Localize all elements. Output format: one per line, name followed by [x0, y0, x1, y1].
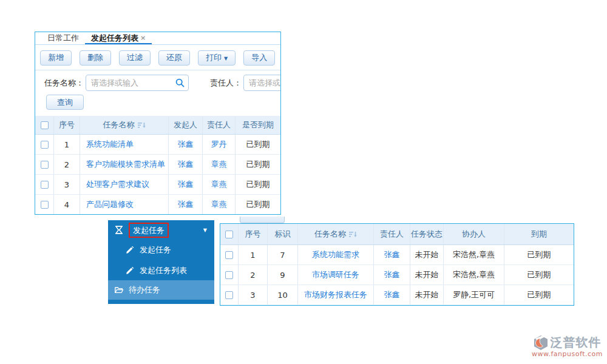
cell-due: 已到期 [504, 265, 574, 285]
table-row[interactable]: 3 10 市场财务报表任务 张鑫 未开始 罗静,王可可 已到期 [220, 285, 574, 305]
sidebar-item-initiate-task[interactable]: 发起任务 [108, 240, 214, 260]
filter-button[interactable]: 过滤 [119, 50, 151, 66]
sidebar-item-todo-task[interactable]: 待办任务 [108, 280, 214, 300]
cell-id: 9 [268, 265, 298, 285]
restore-button[interactable]: 还原 [158, 50, 190, 66]
dropdown-caret-icon: ▼ [224, 56, 228, 61]
row-checkbox[interactable] [41, 161, 49, 169]
cell-num: 3 [54, 175, 80, 194]
row-checkbox[interactable] [225, 251, 233, 259]
cell-due: 已到期 [236, 195, 280, 214]
cell-due: 已到期 [236, 155, 280, 174]
column-header-label: 任务名称 [103, 120, 135, 130]
sort-icon[interactable] [138, 122, 146, 129]
sort-icon[interactable] [349, 231, 357, 238]
import-button[interactable]: 导入 [243, 50, 275, 66]
column-header-label: 任务名称 [314, 229, 346, 240]
task-name-link[interactable]: 系统功能需求 [312, 249, 359, 260]
owner-link[interactable]: 张鑫 [384, 269, 400, 280]
task-name-link[interactable]: 产品问题修改 [86, 199, 134, 210]
tab-initiated-task-list[interactable]: 发起任务列表× [85, 32, 152, 44]
cell-num: 3 [239, 285, 268, 305]
column-header-id: 标识 [268, 224, 298, 244]
owner-link[interactable]: 章燕 [211, 199, 227, 210]
column-header-owner: 责任人 [203, 116, 236, 134]
cell-collaborator: 宋浩然,章燕 [444, 265, 504, 285]
cell-id: 7 [268, 245, 298, 265]
print-button[interactable]: 打印▼ [198, 50, 236, 66]
task-name-input[interactable] [86, 75, 189, 91]
initiator-link[interactable]: 张鑫 [178, 159, 194, 170]
cell-status: 未开始 [410, 285, 444, 305]
task-list-panel: 日常工作 发起任务列表× 新增 删除 过滤 还原 打印▼ 导入 导出 查看 任务… [35, 32, 281, 215]
cell-collaborator: 罗静,王可可 [444, 285, 504, 305]
task-name-link[interactable]: 客户功能模块需求清单 [86, 159, 165, 170]
column-header-due: 是否到期 [236, 116, 280, 134]
owner-link[interactable]: 罗丹 [211, 139, 227, 150]
owner-link[interactable]: 章燕 [211, 159, 227, 170]
table-row[interactable]: 1 7 系统功能需求 张鑫 未开始 宋浩然,章燕 已到期 [220, 245, 574, 265]
cell-status: 未开始 [410, 265, 444, 285]
fanpu-logo-icon [533, 335, 549, 351]
query-button[interactable]: 查询 [46, 95, 84, 110]
delete-button[interactable]: 删除 [80, 50, 111, 66]
initiated-task-table: 序号 任务名称 发起人 责任人 是否到期 1 系统功能清单 张鑫 罗丹 已到期 [35, 116, 280, 214]
row-checkbox[interactable] [41, 141, 49, 149]
row-checkbox[interactable] [225, 291, 233, 299]
todo-task-table: 序号 标识 任务名称 责任人 任务状态 协办人 到期 1 7 系统功能需求 张鑫… [220, 223, 574, 306]
cell-num: 4 [54, 195, 80, 214]
column-header-owner: 责任人 [374, 224, 410, 244]
partial-button[interactable] [240, 217, 285, 223]
add-button[interactable]: 新增 [40, 50, 72, 66]
select-all-checkbox[interactable] [41, 121, 49, 129]
close-tab-icon[interactable]: × [140, 34, 146, 42]
task-name-label: 任务名称： [44, 78, 84, 89]
column-header-collaborator: 协办人 [444, 224, 504, 244]
row-checkbox[interactable] [225, 271, 233, 279]
table-row[interactable]: 2 客户功能模块需求清单 张鑫 章燕 已到期 [35, 155, 280, 175]
sidebar-item-label: 待办任务 [129, 285, 160, 295]
cell-collaborator: 宋浩然,章燕 [444, 245, 504, 265]
owner-link[interactable]: 章燕 [211, 179, 227, 190]
task-name-link[interactable]: 市场财务报表任务 [304, 289, 367, 300]
fanpu-watermark: 泛普软件 www.fanpusoft.com [532, 334, 603, 358]
table-header-row: 序号 任务名称 发起人 责任人 是否到期 [35, 116, 280, 135]
initiator-link[interactable]: 张鑫 [178, 139, 194, 150]
cell-num: 1 [239, 245, 268, 265]
brand-url: www.fanpusoft.com [532, 350, 603, 358]
initiator-link[interactable]: 张鑫 [178, 199, 194, 210]
tab-daily-work[interactable]: 日常工作 [41, 32, 85, 44]
sidebar-item-initiated-task-list[interactable]: 发起任务列表 [108, 260, 214, 280]
table-row[interactable]: 3 处理客户需求建议 张鑫 章燕 已到期 [35, 175, 280, 195]
table-row[interactable]: 4 产品问题修改 张鑫 章燕 已到期 [35, 195, 280, 215]
sidebar-group-label: 发起任务 [133, 226, 164, 235]
cell-num: 1 [54, 135, 80, 154]
owner-link[interactable]: 张鑫 [384, 249, 400, 260]
tab-bar: 日常工作 发起任务列表× [35, 32, 281, 45]
row-checkbox[interactable] [41, 201, 49, 209]
hourglass-icon [114, 225, 124, 235]
owner-link[interactable]: 张鑫 [384, 289, 400, 300]
sidebar-item-label: 发起任务 [140, 244, 171, 255]
chevron-down-icon[interactable]: ▼ [203, 228, 207, 233]
search-icon[interactable] [175, 78, 185, 87]
column-header-task-name[interactable]: 任务名称 [80, 116, 169, 134]
cell-num: 2 [239, 265, 268, 285]
cell-status: 未开始 [410, 245, 444, 265]
select-all-checkbox[interactable] [225, 231, 233, 238]
task-name-link[interactable]: 市场调研任务 [312, 269, 359, 280]
table-row[interactable]: 2 9 市场调研任务 张鑫 未开始 宋浩然,章燕 已到期 [220, 265, 574, 285]
cell-due: 已到期 [236, 135, 280, 154]
column-header-task-name[interactable]: 任务名称 [298, 224, 374, 244]
toolbar: 新增 删除 过滤 还原 打印▼ 导入 导出 查看 [35, 46, 281, 70]
table-row[interactable]: 1 系统功能清单 张鑫 罗丹 已到期 [35, 135, 280, 155]
owner-input[interactable] [243, 75, 281, 91]
cell-due: 已到期 [504, 285, 574, 305]
sidebar-group-initiate-task[interactable]: 发起任务 ▼ [108, 220, 214, 240]
column-header-initiator: 发起人 [169, 116, 203, 134]
task-name-link[interactable]: 系统功能清单 [86, 139, 134, 150]
row-checkbox[interactable] [41, 181, 49, 189]
task-name-link[interactable]: 处理客户需求建议 [86, 179, 149, 190]
cell-due: 已到期 [236, 175, 280, 194]
initiator-link[interactable]: 张鑫 [178, 179, 194, 190]
